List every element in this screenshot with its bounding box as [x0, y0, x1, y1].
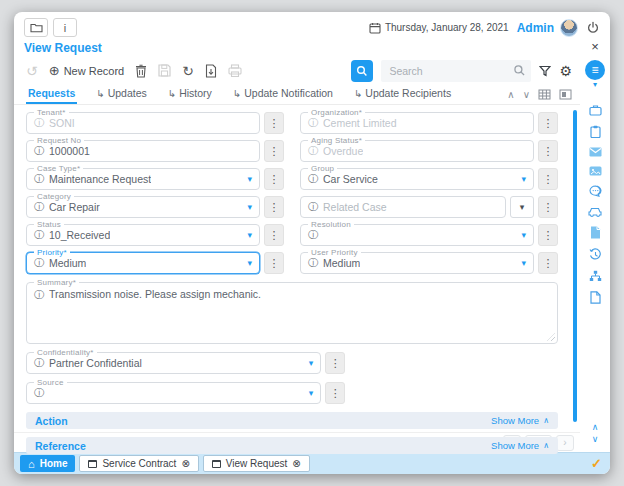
- bottom-tab-service-contract[interactable]: Service Contract ⊗: [79, 455, 198, 472]
- kebab-icon: ⋮: [269, 257, 280, 270]
- dropdown-caret-icon[interactable]: ▾: [303, 358, 314, 368]
- tab-update-recipients[interactable]: ↳ Update Recipients: [352, 84, 453, 104]
- scroll-up-icon[interactable]: ∧: [592, 422, 599, 432]
- priority-menu-button[interactable]: ⋮: [264, 252, 284, 274]
- info-icon: ⓘ: [308, 200, 318, 214]
- confidentiality-select[interactable]: Confidentiality* ⓘ Partner Confidential …: [26, 352, 321, 374]
- info-button[interactable]: i: [53, 18, 77, 37]
- scroll-down-icon[interactable]: ∨: [592, 434, 599, 444]
- reference-show-more[interactable]: Show More ∧: [491, 440, 549, 451]
- user-priority-select[interactable]: User Priority ⓘ Medium ▾: [300, 252, 534, 274]
- tab-history[interactable]: ↳ History: [166, 84, 214, 104]
- confidentiality-menu-button[interactable]: ⋮: [325, 352, 345, 374]
- related-case-dropdown-button[interactable]: ▾: [510, 196, 534, 218]
- refresh-button[interactable]: ↻: [182, 64, 194, 78]
- related-case-menu-button[interactable]: ⋮: [538, 196, 558, 218]
- status-menu-button[interactable]: ⋮: [264, 224, 284, 246]
- collapse-up-icon[interactable]: ∧: [507, 89, 514, 100]
- clipboard-icon[interactable]: [590, 125, 601, 138]
- source-menu-button[interactable]: ⋮: [325, 382, 345, 404]
- next-page-button[interactable]: ›: [556, 435, 574, 451]
- status-select[interactable]: Status ⓘ 10_Received ▾: [26, 224, 260, 246]
- tab-requests[interactable]: Requests: [26, 84, 77, 104]
- dropdown-caret-icon[interactable]: ▾: [241, 230, 252, 240]
- car-icon[interactable]: [588, 206, 602, 217]
- resize-handle[interactable]: [547, 333, 555, 341]
- folder-button[interactable]: [24, 18, 48, 37]
- tab-close-icon[interactable]: ⊗: [292, 458, 300, 469]
- kebab-icon: ⋮: [543, 145, 554, 158]
- dropdown-caret-icon[interactable]: ▾: [515, 258, 526, 268]
- tab-updates[interactable]: ↳ Updates: [94, 84, 149, 104]
- menu-button[interactable]: ≡: [585, 60, 605, 80]
- aging-status-menu-button[interactable]: ⋮: [538, 140, 558, 162]
- bottom-tab-home[interactable]: ⌂ Home: [20, 455, 75, 472]
- search-input[interactable]: [381, 60, 531, 82]
- summary-textarea[interactable]: Summary* ⓘ Transmission noise. Please as…: [26, 282, 558, 344]
- export-button[interactable]: [205, 64, 217, 78]
- user-priority-menu-button[interactable]: ⋮: [538, 252, 558, 274]
- case-type-select[interactable]: Case Type* ⓘ Maintenance Request ▾: [26, 168, 260, 190]
- menu-caret-icon[interactable]: ▾: [593, 80, 597, 89]
- settings-gear-icon[interactable]: ⚙: [559, 63, 572, 79]
- field-placeholder: Related Case: [323, 201, 387, 213]
- dropdown-caret-icon[interactable]: ▾: [241, 258, 252, 268]
- undo-button[interactable]: ↺: [26, 64, 38, 78]
- briefcase-icon[interactable]: [589, 104, 602, 116]
- mail-icon[interactable]: [589, 147, 602, 157]
- action-show-more[interactable]: Show More ∧: [491, 415, 549, 426]
- image-card-icon[interactable]: [589, 166, 602, 176]
- history-icon[interactable]: [589, 248, 602, 261]
- case-type-menu-button[interactable]: ⋮: [264, 168, 284, 190]
- document-icon[interactable]: [590, 226, 601, 239]
- kebab-icon: ⋮: [269, 173, 280, 186]
- resolution-select[interactable]: Resolution ⓘ ▾: [300, 224, 534, 246]
- info-icon: ⓘ: [34, 356, 44, 370]
- dropdown-caret-icon[interactable]: ▾: [515, 174, 526, 184]
- group-menu-button[interactable]: ⋮: [538, 168, 558, 190]
- form-view-icon[interactable]: [559, 89, 572, 100]
- bottom-tab-view-request[interactable]: View Request ⊗: [203, 455, 310, 472]
- vertical-scrollbar[interactable]: [573, 110, 577, 422]
- group-select[interactable]: Group ⓘ Car Service ▾: [300, 168, 534, 190]
- dropdown-caret-icon[interactable]: ▾: [303, 388, 314, 398]
- dropdown-caret-icon[interactable]: ▾: [241, 174, 252, 184]
- category-select[interactable]: Category ⓘ Car Repair ▾: [26, 196, 260, 218]
- dropdown-caret-icon[interactable]: ▾: [515, 230, 526, 240]
- grid-view-icon[interactable]: [538, 89, 551, 100]
- search-button[interactable]: [351, 60, 373, 82]
- request-no-field[interactable]: Request No ⓘ 1000001: [26, 140, 260, 162]
- tab-label: Updates: [108, 87, 147, 99]
- user-menu[interactable]: Admin: [517, 21, 554, 35]
- section-title: Reference: [35, 440, 86, 452]
- collapse-down-icon[interactable]: ∨: [523, 89, 530, 100]
- priority-select[interactable]: Priority* ⓘ Medium ▾: [26, 252, 260, 274]
- organization-menu-button[interactable]: ⋮: [538, 112, 558, 134]
- tab-close-icon[interactable]: ⊗: [181, 458, 189, 469]
- new-record-button[interactable]: ⊕ New Record: [49, 63, 124, 78]
- tab-update-notification[interactable]: ↳ Update Notification: [231, 84, 335, 104]
- chat-icon[interactable]: [589, 185, 602, 197]
- resolution-menu-button[interactable]: ⋮: [538, 224, 558, 246]
- check-icon[interactable]: ✓: [591, 456, 602, 471]
- sitemap-icon[interactable]: [589, 270, 602, 282]
- related-case-field[interactable]: ⓘ Related Case: [300, 196, 506, 218]
- source-select[interactable]: Source ⓘ ▾: [26, 382, 321, 404]
- section-action[interactable]: Action Show More ∧: [26, 412, 558, 429]
- request-no-menu-button[interactable]: ⋮: [264, 140, 284, 162]
- save-button[interactable]: [158, 64, 171, 77]
- kebab-icon: ⋮: [269, 117, 280, 130]
- delete-button[interactable]: [135, 64, 147, 78]
- blank-doc-icon[interactable]: [590, 291, 601, 304]
- filter-icon[interactable]: [539, 65, 551, 77]
- close-icon[interactable]: ×: [591, 40, 599, 53]
- dropdown-caret-icon[interactable]: ▾: [241, 202, 252, 212]
- tab-arrow-icon: ↳: [96, 88, 104, 99]
- category-menu-button[interactable]: ⋮: [264, 196, 284, 218]
- power-icon[interactable]: [586, 21, 600, 35]
- print-button[interactable]: [228, 64, 242, 77]
- tenant-menu-button[interactable]: ⋮: [264, 112, 284, 134]
- section-reference[interactable]: Reference Show More ∧: [26, 437, 558, 454]
- right-sidebar: × ≡ ▾: [580, 39, 610, 452]
- avatar[interactable]: [560, 19, 578, 37]
